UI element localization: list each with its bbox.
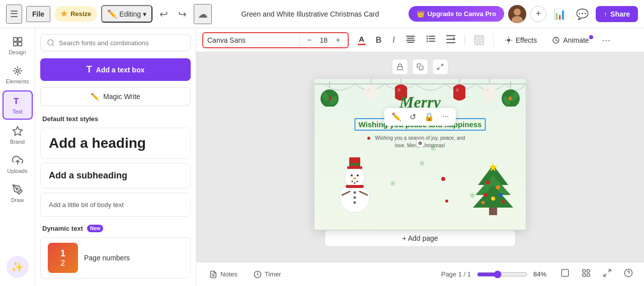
- italic-button[interactable]: I: [388, 34, 398, 47]
- svg-point-80: [486, 180, 490, 184]
- view-single-button[interactable]: [557, 266, 573, 282]
- sidebar-item-draw[interactable]: Draw: [3, 180, 33, 207]
- duplicate-canvas-button[interactable]: [412, 59, 428, 75]
- sidebar-item-design[interactable]: Design: [3, 32, 33, 59]
- svg-point-44: [484, 84, 496, 101]
- heading-style-item[interactable]: Add a heading: [40, 128, 191, 159]
- search-icon: [47, 39, 55, 47]
- help-button[interactable]: [621, 266, 636, 282]
- animate-button[interactable]: Animate: [546, 33, 595, 47]
- svg-point-39: [367, 88, 370, 91]
- sidebar-item-magic[interactable]: ✨: [7, 256, 29, 278]
- font-size-value: 18: [316, 36, 331, 44]
- ornament-cream-2: [484, 79, 496, 104]
- svg-rect-3: [13, 38, 17, 41]
- body-label: Add a little bit of body text: [49, 201, 124, 209]
- sidebar-design-label: Design: [9, 49, 26, 55]
- subheading-style-item[interactable]: Add a subheading: [40, 163, 191, 188]
- effects-button[interactable]: Effects: [499, 33, 543, 47]
- move-handle[interactable]: ⊕: [416, 139, 424, 147]
- upgrade-label: Upgrade to Canva Pro: [428, 10, 497, 18]
- timer-button[interactable]: Timer: [249, 267, 286, 281]
- sidebar-item-elements[interactable]: Elements: [3, 61, 33, 88]
- font-size-increase[interactable]: +: [333, 35, 343, 46]
- avatar[interactable]: [508, 5, 526, 23]
- magic-write-label: Magic Write: [103, 92, 140, 101]
- align-center-button[interactable]: [402, 34, 419, 46]
- undo-button[interactable]: ↩: [156, 5, 171, 23]
- single-view-icon: [560, 268, 570, 277]
- cloud-save-button[interactable]: ☁: [194, 4, 212, 24]
- sidebar-item-text[interactable]: T Text: [3, 90, 33, 120]
- floating-pencil-button[interactable]: ✏️: [388, 110, 405, 124]
- lock-canvas-button[interactable]: [392, 59, 408, 75]
- body-style-item[interactable]: Add a little bit of body text: [40, 193, 191, 217]
- svg-line-13: [52, 44, 54, 46]
- floating-more-button[interactable]: ···: [439, 110, 452, 123]
- add-textbox-label: Add a text box: [96, 66, 144, 74]
- spacing-button[interactable]: [442, 33, 459, 47]
- svg-rect-30: [419, 66, 423, 70]
- svg-rect-26: [446, 42, 455, 43]
- share-button[interactable]: ↑ Share: [596, 6, 638, 22]
- add-collaborator-button[interactable]: +: [530, 6, 546, 22]
- notes-button[interactable]: Notes: [204, 267, 243, 281]
- magic-write-button[interactable]: ✏️ Magic Write: [40, 87, 191, 106]
- main-area: Design Elements T Text Brand Uploads Dra…: [0, 28, 644, 286]
- texture-button[interactable]: [470, 33, 488, 47]
- floating-refresh-button[interactable]: ↺: [407, 110, 419, 124]
- list-button[interactable]: [422, 34, 439, 46]
- resize-button[interactable]: ★ Resize: [54, 6, 97, 22]
- floating-lock-button[interactable]: 🔒: [421, 110, 437, 124]
- svg-rect-23: [429, 41, 435, 42]
- menu-button[interactable]: ☰: [6, 5, 22, 24]
- svg-rect-6: [18, 42, 21, 46]
- chevron-down-icon: ▾: [143, 10, 146, 18]
- zoom-slider[interactable]: [477, 270, 527, 278]
- redo-button[interactable]: ↪: [175, 5, 190, 23]
- default-styles-title: Default text styles: [35, 109, 196, 126]
- add-textbox-button[interactable]: T Add a text box: [40, 58, 191, 81]
- sidebar-uploads-label: Uploads: [7, 168, 27, 174]
- editing-button[interactable]: ✏️ Editing ▾: [101, 5, 152, 23]
- sidebar-item-brand[interactable]: Brand: [3, 122, 33, 149]
- christmas-tree: [470, 162, 516, 220]
- card[interactable]: Merry ✏️ ↺ 🔒 ··· Wishing you peace and h…: [314, 79, 526, 230]
- svg-point-12: [48, 40, 53, 45]
- analytics-button[interactable]: 📊: [550, 5, 569, 23]
- page-numbers-item[interactable]: 1 2 Page numbers: [40, 237, 191, 278]
- font-selector[interactable]: [207, 36, 295, 44]
- upgrade-button[interactable]: 👑 Upgrade to Canva Pro: [409, 6, 505, 22]
- text-color-button[interactable]: A: [355, 33, 369, 47]
- svg-rect-69: [346, 185, 364, 188]
- floating-toolbar: ✏️ ↺ 🔒 ···: [384, 108, 456, 126]
- add-page-button[interactable]: + Add page: [325, 230, 516, 247]
- red-dot-3: [441, 177, 445, 181]
- search-box[interactable]: [40, 34, 191, 51]
- zoom-percent: 84%: [533, 270, 551, 278]
- ornament-red-2: [453, 79, 465, 104]
- expand-canvas-button[interactable]: [432, 59, 448, 75]
- svg-rect-94: [587, 274, 590, 276]
- timer-icon: [254, 270, 262, 278]
- svg-text:T: T: [13, 96, 19, 106]
- file-button[interactable]: File: [26, 6, 50, 22]
- svg-point-67: [354, 182, 356, 183]
- transform-handles: ⊕: [416, 139, 424, 147]
- svg-point-1: [514, 9, 521, 16]
- sidebar-item-uploads[interactable]: Uploads: [3, 151, 33, 178]
- more-options-button[interactable]: ···: [598, 32, 615, 48]
- view-grid-button[interactable]: [579, 266, 594, 282]
- comments-button[interactable]: 💬: [573, 5, 592, 23]
- share-icon: ↑: [604, 10, 607, 18]
- bold-button[interactable]: B: [372, 34, 386, 47]
- font-size-decrease[interactable]: −: [304, 35, 314, 46]
- svg-rect-16: [406, 40, 415, 41]
- fullscreen-button[interactable]: [600, 266, 615, 282]
- svg-point-18: [426, 36, 428, 37]
- magic-write-icon: ✏️: [91, 92, 99, 101]
- svg-rect-92: [587, 269, 590, 272]
- svg-rect-14: [406, 36, 415, 37]
- search-input[interactable]: [59, 39, 184, 47]
- svg-point-22: [426, 41, 428, 42]
